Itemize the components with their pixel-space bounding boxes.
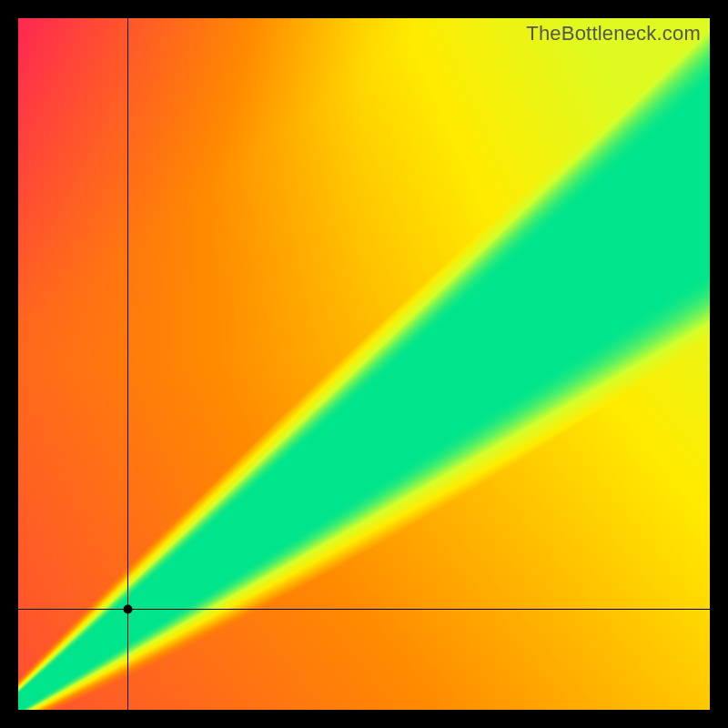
chart-frame: TheBottleneck.com bbox=[0, 0, 728, 728]
heatmap-plot bbox=[18, 18, 710, 710]
heatmap-canvas bbox=[18, 18, 710, 710]
watermark-text: TheBottleneck.com bbox=[526, 22, 701, 46]
